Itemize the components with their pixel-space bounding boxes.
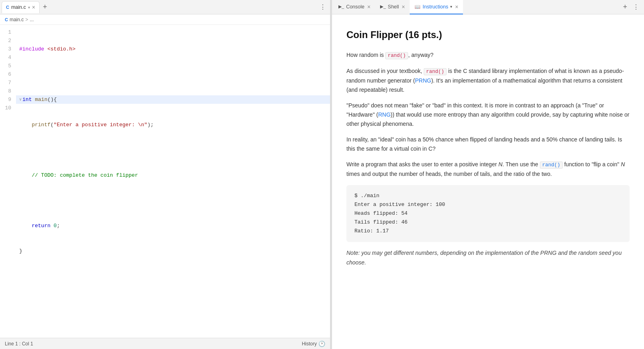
code-line-8: return 0; [16,222,330,230]
history-icon: 🕐 [318,341,325,347]
breadcrumb-separator: > [25,17,28,22]
p2-text-1: As discussed in your textbook, [346,68,424,74]
editor-pane: C main.c ▾ × + ⋮ C main.c > ... 1 2 [0,0,330,349]
console-prompt-icon: ▶_ [338,4,344,9]
code-line-2 [16,70,330,79]
tab-instructions[interactable]: 📖 Instructions ▾ × [410,0,463,14]
right-tab-bar: ▶_ Console × ▶_ Shell × 📖 Instructions ▾… [332,0,644,14]
tab-menu-button[interactable]: ⋮ [317,2,328,12]
tab-console[interactable]: ▶_ Console × [334,0,375,14]
paragraph-4: In reality, an "ideal" coin has a 50% ch… [346,135,630,153]
p5-text-4: times and output the number of heads, th… [346,171,552,177]
console-tab-close[interactable]: × [367,4,370,10]
prng-link[interactable]: PRNG [415,77,431,84]
code-line-10 [16,272,330,280]
p5-n-2: N [621,161,625,167]
rng-link[interactable]: RNG [378,111,390,118]
instructions-book-icon: 📖 [415,4,421,10]
add-tab-button[interactable]: + [40,2,50,12]
right-tab-menu-button[interactable]: ⋮ [630,2,642,12]
instructions-tab-label: Instructions [423,4,448,10]
breadcrumb: C main.c > ... [0,14,330,25]
paragraph-1: How random is rand(), anyway? [346,50,630,60]
shell-tab-close[interactable]: × [402,4,405,10]
instructions-dropdown-icon[interactable]: ▾ [450,4,452,9]
status-bar: Line 1 : Col 1 History 🕐 [0,338,330,349]
breadcrumb-ellipsis: ... [30,17,34,22]
p1-text-2: , anyway? [408,52,433,58]
cursor-position: Line 1 : Col 1 [5,341,33,347]
instructions-tab-close[interactable]: × [455,4,458,10]
history-button[interactable]: History 🕐 [302,341,325,347]
code-line-6: // TODO: complete the coin flipper [16,171,330,180]
c-file-icon: C [6,5,9,10]
editor-tab-bar: C main.c ▾ × + ⋮ [0,0,330,14]
tab-close-button[interactable]: × [32,4,35,10]
editor-tab-main-c[interactable]: C main.c ▾ × [2,1,40,13]
p2-rand-code: rand() [424,68,447,75]
p5-text-2: . Then use the [503,161,540,167]
breadcrumb-file-icon: C [5,17,8,22]
instructions-content: Coin Flipper (16 pts.) How random is ran… [332,14,644,349]
shell-tab-label: Shell [388,4,399,10]
right-pane: ▶_ Console × ▶_ Shell × 📖 Instructions ▾… [332,0,644,349]
tab-filename: main.c [11,4,26,10]
code-line-4: printf("Enter a positive integer: \n"); [16,121,330,129]
instructions-note: Note: you may get different numbers, dep… [346,248,630,267]
paragraph-2: As discussed in your textbook, rand() is… [346,67,630,95]
line-numbers: 1 2 3 4 5 6 7 8 9 10 [0,25,16,338]
paragraph-5: Write a program that asks the user to en… [346,160,630,179]
paragraph-3: "Pseudo" does not mean "fake" or "bad" i… [346,101,630,129]
p5-text-3: function to "flip a coin" [563,161,621,167]
p4-text: In reality, an "ideal" coin has a 50% ch… [346,136,622,152]
p1-rand-code: rand() [385,52,408,59]
code-line-5 [16,146,330,154]
instructions-title: Coin Flipper (16 pts.) [346,27,630,42]
p5-rand-code: rand() [540,161,563,169]
code-line-3: ∨int main(){ [16,95,330,104]
console-tab-label: Console [346,4,364,10]
p5-n-1: N [498,161,502,167]
p5-text-1: Write a program that asks the user to en… [346,161,498,167]
code-line-7 [16,196,330,205]
tab-dropdown-icon[interactable]: ▾ [28,5,30,10]
code-editor[interactable]: 1 2 3 4 5 6 7 8 9 10 #include <stdio.h> … [0,25,330,338]
example-code-block: $ ./main Enter a positive integer: 100 H… [346,185,630,242]
code-line-1: #include <stdio.h> [16,45,330,53]
tab-shell[interactable]: ▶_ Shell × [375,0,410,14]
p1-text-1: How random is [346,52,385,58]
breadcrumb-filename: main.c [10,17,24,22]
code-content[interactable]: #include <stdio.h> ∨int main(){ printf("… [16,25,330,338]
shell-prompt-icon: ▶_ [380,4,386,9]
history-label: History [302,341,317,347]
code-line-9: } [16,247,330,255]
right-add-tab-button[interactable]: + [620,2,630,12]
